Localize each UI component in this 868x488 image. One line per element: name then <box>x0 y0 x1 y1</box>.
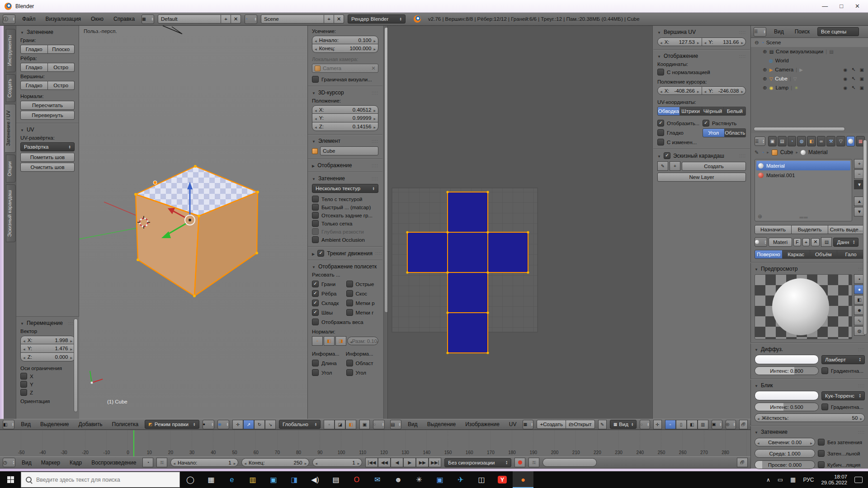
specular-shader-select[interactable]: Кук-Торренс <box>821 391 865 400</box>
clip-end-field[interactable]: Конец:1000.000 <box>312 44 378 53</box>
image-open-button[interactable]: 🗁Открыт <box>566 420 595 429</box>
recalculate-button[interactable]: Пересчитать <box>20 101 75 110</box>
viewport-3d[interactable]: Польз.-персп. (1) Cube <box>79 26 307 419</box>
render-engine-select[interactable]: Рендер Blender <box>348 14 406 23</box>
current-frame-indicator[interactable] <box>133 430 134 457</box>
keying-set-icon[interactable]: ⚿ <box>528 458 539 467</box>
outliner-menu-view[interactable]: Вид <box>771 28 787 36</box>
draw-faces-checkbox[interactable] <box>312 281 319 287</box>
deselect-button[interactable]: Снять выде... <box>828 225 865 234</box>
search-input[interactable] <box>35 476 168 483</box>
close-button[interactable]: ✕ <box>855 3 860 9</box>
stretch-checkbox[interactable] <box>703 120 709 127</box>
face-normals-toggle[interactable]: ◨ <box>335 336 346 346</box>
uv-snap-select[interactable]: ◎ <box>726 420 736 429</box>
add-layout-button[interactable]: + <box>221 14 231 23</box>
shelf-tab-grease-pencil[interactable]: Эскизный карандаш <box>6 184 16 242</box>
uv-outline-button[interactable]: Обводка <box>657 107 680 116</box>
smooth-checkbox[interactable] <box>657 129 664 136</box>
editor-type-button[interactable]: ◧ <box>3 420 14 429</box>
item-name-field[interactable]: Cube <box>320 146 378 155</box>
edge-length-checkbox[interactable] <box>312 360 319 366</box>
manipulator-scale-icon[interactable]: ↘ <box>265 420 276 429</box>
uv-edge-select-icon[interactable]: ▯ <box>676 420 687 429</box>
specular-color-swatch[interactable] <box>755 391 819 400</box>
specular-ramp-checkbox[interactable] <box>821 404 828 410</box>
unlink-material-button[interactable]: ✕ <box>811 238 820 246</box>
collapse-icon[interactable] <box>20 29 24 35</box>
dof-checkbox[interactable] <box>312 228 319 235</box>
translate-x-field[interactable]: X:1.998 <box>20 336 75 344</box>
taskbar-app-cortana-icon[interactable]: ◯ <box>180 471 201 488</box>
image-new-button[interactable]: +Создать <box>537 420 566 429</box>
limit-to-visible-icon[interactable]: ▣ <box>359 420 369 429</box>
modified-checkbox[interactable] <box>657 139 664 145</box>
uv-sticky-select[interactable]: ▣ <box>712 420 722 429</box>
draw-crease-checkbox[interactable] <box>312 300 319 306</box>
draw-bevel-checkbox[interactable] <box>346 290 353 297</box>
uv-vertex-select-icon[interactable]: ▫ <box>665 420 676 429</box>
preview-range-icon[interactable]: ◔ <box>142 458 153 467</box>
view3d-menu-add[interactable]: Добавить <box>75 420 106 428</box>
nodes-icon[interactable]: ▤ <box>821 237 832 247</box>
type-wire-button[interactable]: Каркас <box>783 250 810 259</box>
matcap-checkbox[interactable] <box>312 204 319 211</box>
vertices-smooth-button[interactable]: Гладко <box>20 81 48 90</box>
maximize-button[interactable]: □ <box>840 3 843 9</box>
timeline-ruler[interactable]: -50-40-30-20-100102030405060708090100110… <box>0 430 750 457</box>
view3d-menu-view[interactable]: Вид <box>18 420 34 428</box>
pin-icon[interactable]: ✎ <box>598 420 607 429</box>
selectability-pointer-icon[interactable] <box>851 76 855 82</box>
uv-cursor-icon[interactable]: ✛ <box>653 420 662 429</box>
grease-pencil-add-icon[interactable]: + <box>670 161 680 171</box>
timeline-menu-marker[interactable]: Маркер <box>38 459 63 467</box>
tab-scene-icon[interactable]: ◔ <box>788 136 797 146</box>
axis-y-checkbox[interactable] <box>20 381 27 388</box>
taskbar-app-file-explorer-icon[interactable]: ▥ <box>242 471 263 488</box>
select-button[interactable]: Выделить <box>792 225 828 234</box>
editor-type-button[interactable]: ⓘ <box>3 14 15 24</box>
edge-select-mode-icon[interactable]: ◪ <box>335 420 345 429</box>
tab-modifiers-icon[interactable]: ⚒ <box>826 136 835 146</box>
texture-mode-select[interactable]: Несколько текстур <box>312 184 378 193</box>
properties-scrollbar[interactable] <box>863 140 867 335</box>
draw-mark-r-checkbox[interactable] <box>346 300 353 306</box>
uv-cursor-y-field[interactable]: Y:-246.038 <box>702 86 746 95</box>
clip-start-field[interactable]: Начало:0.100 <box>312 36 378 44</box>
next-keyframe-button[interactable]: ▶▶ <box>416 458 429 467</box>
translate-z-field[interactable]: Z:0.000 <box>20 353 75 361</box>
uv-face-select-icon[interactable]: ◧ <box>687 420 698 429</box>
close-layout-button[interactable]: ✕ <box>231 14 241 23</box>
shelf-tab-options[interactable]: Опции <box>6 155 16 183</box>
resize-grip[interactable]: ══ <box>799 214 808 221</box>
uv-view-select[interactable]: ▦Вид <box>610 420 637 429</box>
display-faces-checkbox[interactable] <box>657 120 664 127</box>
translucency-slider[interactable]: Просве: 0.000 <box>755 460 815 469</box>
hardness-slider[interactable]: Жёсткость:50 <box>755 413 865 422</box>
taskbar-app-display-icon[interactable]: ▣ <box>429 471 450 488</box>
uv-clip-icon[interactable]: 🗗 <box>739 420 748 429</box>
orientation-select[interactable]: Глобально <box>279 420 321 429</box>
uv-vertex-y-field[interactable]: Y:131.66 <box>702 38 746 46</box>
jump-to-end-button[interactable]: ▶▶| <box>429 458 441 467</box>
taskbar-app-telegram-icon[interactable]: ✈ <box>450 471 471 488</box>
taskbar-app-notepad-icon[interactable]: ▤ <box>326 471 346 488</box>
play-reverse-button[interactable]: ◀ <box>391 458 403 467</box>
fake-user-button[interactable]: F <box>793 238 801 246</box>
uv-vertex-x-field[interactable]: X:127.53 <box>657 38 702 46</box>
screen-layout-icon[interactable]: ▦ <box>142 14 154 24</box>
taskbar-app-volume-mixer-icon[interactable]: ◀) <box>305 471 326 488</box>
shelf-tab-tools[interactable]: Инструменты <box>6 29 16 72</box>
outliner-row-camera[interactable]: ⊕▶ Camera|▶ <box>751 65 868 74</box>
taskbar-app-task-view-icon[interactable]: ▦ <box>201 471 222 488</box>
selectability-pointer-icon[interactable] <box>851 85 855 91</box>
emit-slider[interactable]: Свечени: 0.00 <box>755 438 815 446</box>
record-button[interactable] <box>514 458 525 467</box>
axis-z-checkbox[interactable] <box>20 389 27 396</box>
flip-normals-button[interactable]: Перевернуть <box>20 111 75 120</box>
uv-dash-button[interactable]: Штрихи <box>680 107 702 116</box>
mode-select[interactable]: ◩Режим правки <box>145 420 199 429</box>
keyboard-icon[interactable]: ▦ <box>790 476 796 483</box>
renderability-camera-icon[interactable] <box>860 67 864 73</box>
manipulator-translate-icon[interactable]: ↗ <box>243 420 254 429</box>
